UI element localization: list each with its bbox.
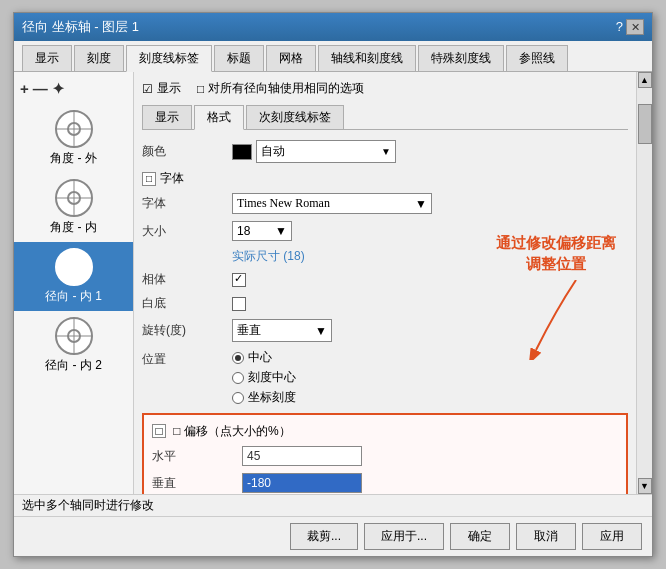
sidebar-toolbar: + — ✦ bbox=[14, 80, 133, 104]
sidebar-item-angle-outer[interactable]: 角度 - 外 bbox=[14, 104, 133, 173]
position-coord-text: 坐标刻度 bbox=[248, 389, 296, 406]
font-face-dropdown-arrow: ▼ bbox=[415, 197, 427, 211]
font-section-label: 字体 bbox=[160, 170, 184, 187]
position-radio-group: 中心 刻度中心 坐标刻度 bbox=[232, 349, 296, 406]
tab-special-ticks[interactable]: 特殊刻度线 bbox=[418, 45, 504, 71]
annotation-line2: 调整位置 bbox=[526, 255, 586, 272]
position-label: 位置 bbox=[142, 349, 232, 368]
sidebar-item-label-radial-inner1: 径向 - 内 1 bbox=[45, 288, 102, 305]
font-section-header: □ 字体 bbox=[142, 170, 628, 187]
bold-label: 相体 bbox=[142, 271, 232, 288]
bold-checkbox[interactable] bbox=[232, 273, 246, 287]
sub-tab-display[interactable]: 显示 bbox=[142, 105, 192, 129]
radial-inner2-icon bbox=[55, 317, 93, 355]
font-size-dropdown-arrow: ▼ bbox=[275, 224, 287, 238]
font-size-label: 大小 bbox=[142, 223, 232, 240]
font-face-row: 字体 Times New Roman ▼ bbox=[142, 193, 628, 214]
show-label: 显示 bbox=[157, 80, 181, 97]
content-area: ☑ 显示 □ 对所有径向轴使用相同的选项 显示 格式 次刻度线标签 颜 bbox=[134, 72, 636, 494]
tab-tick-labels[interactable]: 刻度线标签 bbox=[126, 45, 212, 72]
color-dropdown[interactable]: 自动 ▼ bbox=[256, 140, 396, 163]
scrollbar-thumb[interactable] bbox=[638, 104, 652, 144]
help-button[interactable]: ? bbox=[616, 19, 623, 35]
annotation-line1: 通过修改偏移距离 bbox=[496, 234, 616, 251]
position-tick-center-text: 刻度中心 bbox=[248, 369, 296, 386]
offset-section: □ □ 偏移（点大小的%） 水平 垂直 bbox=[142, 413, 628, 494]
show-checkbox-label[interactable]: ☑ 显示 bbox=[142, 80, 181, 97]
close-button[interactable]: ✕ bbox=[626, 19, 644, 35]
sidebar-item-label-radial-inner2: 径向 - 内 2 bbox=[45, 357, 102, 374]
dialog: 径向 坐标轴 - 图层 1 ? ✕ 显示 刻度 刻度线标签 标题 网格 轴线和刻… bbox=[13, 12, 653, 557]
status-bar: 选中多个轴同时进行修改 bbox=[14, 494, 652, 516]
position-tick-center-radio[interactable] bbox=[232, 372, 244, 384]
offset-h-row: 水平 bbox=[152, 446, 618, 466]
sidebar-item-radial-inner2[interactable]: 径向 - 内 2 bbox=[14, 311, 133, 380]
rotate-dropdown[interactable]: 垂直 ▼ bbox=[232, 319, 332, 342]
action-buttons-bar: 裁剪... 应用于... 确定 取消 应用 bbox=[14, 516, 652, 556]
rotate-value: 垂直 bbox=[237, 322, 261, 339]
offset-h-input[interactable] bbox=[242, 446, 362, 466]
color-swatch bbox=[232, 144, 252, 160]
ok-button[interactable]: 确定 bbox=[450, 523, 510, 550]
status-text: 选中多个轴同时进行修改 bbox=[22, 498, 154, 512]
tab-ticks[interactable]: 刻度 bbox=[74, 45, 124, 71]
position-coord-label[interactable]: 坐标刻度 bbox=[232, 389, 296, 406]
color-label: 颜色 bbox=[142, 143, 232, 160]
color-value: 自动 bbox=[261, 143, 285, 160]
sub-tab-bar: 显示 格式 次刻度线标签 bbox=[142, 105, 628, 130]
dialog-title: 径向 坐标轴 - 图层 1 bbox=[22, 18, 139, 36]
star-button[interactable]: ✦ bbox=[52, 80, 65, 98]
font-collapse-button[interactable]: □ bbox=[142, 172, 156, 186]
sub-tab-secondary[interactable]: 次刻度线标签 bbox=[246, 105, 344, 129]
remove-axis-button[interactable]: — bbox=[33, 80, 48, 98]
color-row: 颜色 自动 ▼ bbox=[142, 140, 628, 163]
actual-size-text: 实际尺寸 (18) bbox=[232, 249, 305, 263]
font-face-value: Times New Roman bbox=[237, 196, 330, 211]
font-face-dropdown[interactable]: Times New Roman ▼ bbox=[232, 193, 432, 214]
main-tab-bar: 显示 刻度 刻度线标签 标题 网格 轴线和刻度线 特殊刻度线 参照线 bbox=[14, 41, 652, 72]
color-control: 自动 ▼ bbox=[232, 140, 396, 163]
tab-axis-ticks[interactable]: 轴线和刻度线 bbox=[318, 45, 416, 71]
show-checkbox[interactable]: ☑ bbox=[142, 82, 153, 96]
cut-button[interactable]: 裁剪... bbox=[290, 523, 358, 550]
tab-grid[interactable]: 网格 bbox=[266, 45, 316, 71]
italic-checkbox[interactable] bbox=[232, 297, 246, 311]
add-axis-button[interactable]: + bbox=[20, 80, 29, 98]
titlebar-buttons: ? ✕ bbox=[616, 19, 644, 35]
position-center-radio[interactable] bbox=[232, 352, 244, 364]
cancel-button[interactable]: 取消 bbox=[516, 523, 576, 550]
sidebar-item-angle-inner[interactable]: 角度 - 内 bbox=[14, 173, 133, 242]
sub-tab-format[interactable]: 格式 bbox=[194, 105, 244, 130]
offset-label: □ 偏移（点大小的%） bbox=[173, 424, 290, 438]
apply-button[interactable]: 应用 bbox=[582, 523, 642, 550]
offset-collapse[interactable]: □ bbox=[152, 424, 166, 438]
apply-to-button[interactable]: 应用于... bbox=[364, 523, 444, 550]
font-size-dropdown[interactable]: 18 ▼ bbox=[232, 221, 292, 241]
tab-title[interactable]: 标题 bbox=[214, 45, 264, 71]
annotation-box: 通过修改偏移距离 调整位置 bbox=[496, 232, 616, 360]
scrollbar-up-arrow[interactable]: ▲ bbox=[638, 72, 652, 88]
content-wrapper: ☑ 显示 □ 对所有径向轴使用相同的选项 显示 格式 次刻度线标签 颜 bbox=[134, 72, 636, 494]
position-coord-radio[interactable] bbox=[232, 392, 244, 404]
angle-outer-icon bbox=[55, 110, 93, 148]
offset-v-input[interactable] bbox=[242, 473, 362, 493]
offset-section-header: □ □ 偏移（点大小的%） bbox=[152, 423, 618, 440]
scrollbar: ▲ ▼ bbox=[636, 72, 652, 494]
font-face-label: 字体 bbox=[142, 195, 232, 212]
tab-display[interactable]: 显示 bbox=[22, 45, 72, 71]
rotate-label: 旋转(度) bbox=[142, 322, 232, 339]
sidebar: + — ✦ 角度 - 外 角度 - 内 bbox=[14, 72, 134, 494]
position-tick-center-label[interactable]: 刻度中心 bbox=[232, 369, 296, 386]
tab-reference[interactable]: 参照线 bbox=[506, 45, 568, 71]
scrollbar-down-arrow[interactable]: ▼ bbox=[638, 478, 652, 494]
sidebar-item-radial-inner1[interactable]: 径向 - 内 1 bbox=[14, 242, 133, 311]
position-center-label[interactable]: 中心 bbox=[232, 349, 296, 366]
radial-inner1-icon bbox=[55, 248, 93, 286]
same-options-label[interactable]: □ 对所有径向轴使用相同的选项 bbox=[197, 80, 364, 97]
angle-inner-icon bbox=[55, 179, 93, 217]
dialog-body: + — ✦ 角度 - 外 角度 - 内 bbox=[14, 72, 652, 494]
sidebar-item-label-angle-outer: 角度 - 外 bbox=[50, 150, 97, 167]
rotate-dropdown-arrow: ▼ bbox=[315, 324, 327, 338]
same-options-checkbox[interactable]: □ bbox=[197, 82, 204, 96]
offset-v-row: 垂直 bbox=[152, 473, 618, 493]
